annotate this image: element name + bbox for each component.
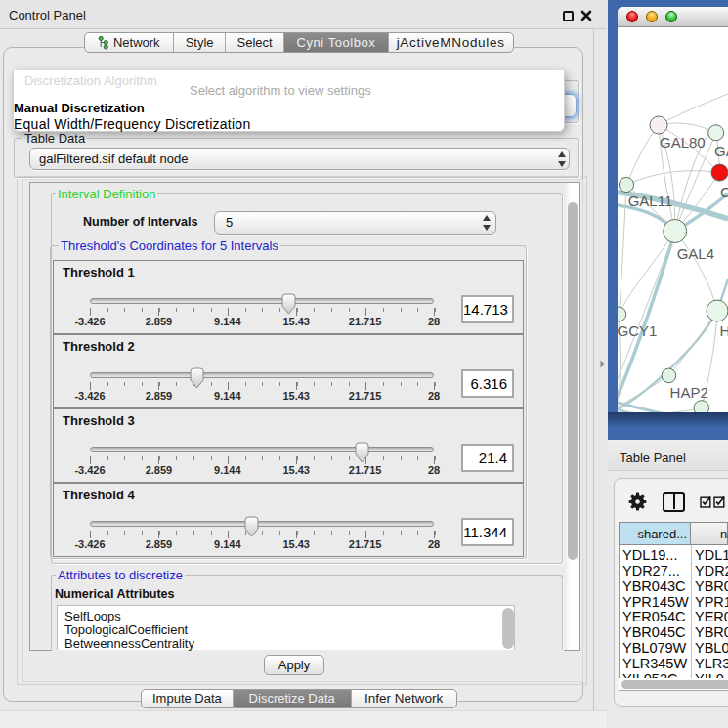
- svg-text:GAL11: GAL11: [628, 193, 673, 209]
- svg-text:GAL4: GAL4: [677, 245, 714, 262]
- svg-text:GA: GA: [714, 143, 728, 159]
- svg-text:GCY1: GCY1: [618, 322, 657, 339]
- svg-text:GAL80: GAL80: [660, 134, 706, 150]
- svg-text:HAP2: HAP2: [670, 384, 708, 401]
- svg-text:C: C: [720, 184, 728, 200]
- svg-text:H: H: [720, 322, 728, 339]
